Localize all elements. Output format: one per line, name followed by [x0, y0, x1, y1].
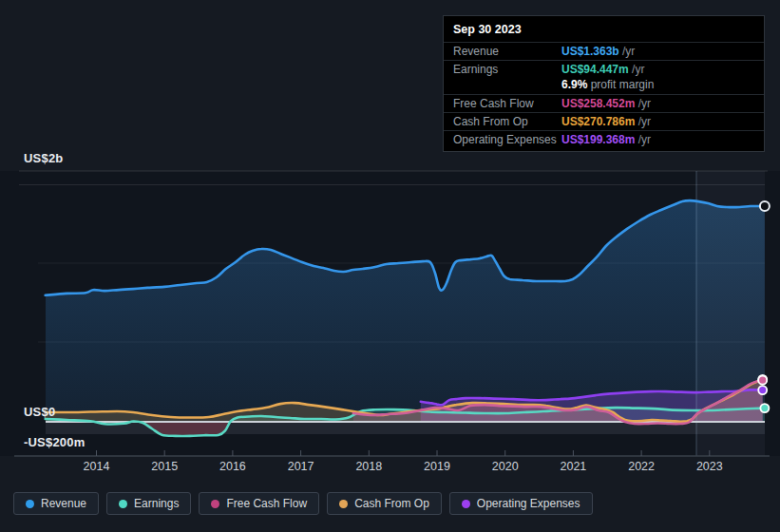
tooltip-row-value: US$258.452m /yr — [561, 97, 651, 110]
legend-dot-operating-expenses — [462, 500, 470, 508]
legend-dot-revenue — [26, 500, 34, 508]
x-axis-label-2014: 2014 — [75, 460, 119, 473]
x-axis-label-2018: 2018 — [347, 460, 390, 473]
legend-label: Cash From Op — [354, 497, 429, 510]
legend-item-operating-expenses[interactable]: Operating Expenses — [449, 492, 593, 515]
x-axis-label-2015: 2015 — [143, 460, 186, 473]
legend-label: Revenue — [41, 497, 86, 510]
tooltip-row-free-cash-flow: Free Cash FlowUS$258.452m /yr — [444, 94, 764, 112]
legend-dot-earnings — [119, 500, 127, 508]
tooltip-row-label: Cash From Op — [453, 115, 561, 128]
chart-legend: RevenueEarningsFree Cash FlowCash From O… — [13, 492, 593, 515]
tooltip-rows: RevenueUS$1.363b /yrEarningsUS$94.447m /… — [444, 42, 764, 148]
tooltip-row-label: Revenue — [453, 45, 561, 58]
tooltip-row-label: Earnings — [453, 63, 561, 76]
legend-label: Free Cash Flow — [226, 497, 307, 510]
tooltip-row-value: US$270.786m /yr — [561, 115, 651, 128]
tooltip-row-value: US$199.368m /yr — [561, 133, 651, 146]
legend-item-free-cash-flow[interactable]: Free Cash Flow — [199, 492, 319, 515]
revenue-end-marker — [760, 201, 770, 211]
y-axis-label-zero: US$0 — [24, 405, 55, 419]
tooltip-date: Sep 30 2023 — [444, 16, 764, 42]
tooltip-row-cash-from-op: Cash From OpUS$270.786m /yr — [444, 112, 764, 130]
x-axis-label-2022: 2022 — [619, 460, 663, 473]
data-tooltip-panel: Sep 30 2023 RevenueUS$1.363b /yrEarnings… — [443, 15, 765, 152]
legend-label: Earnings — [134, 497, 179, 510]
legend-dot-cash-from-op — [339, 500, 348, 508]
tooltip-row-label: Free Cash Flow — [453, 97, 561, 110]
x-axis-label-2020: 2020 — [484, 460, 527, 473]
x-axis-label-2021: 2021 — [551, 460, 595, 473]
earnings-end-marker — [760, 404, 769, 412]
x-axis-label-2023: 2023 — [688, 460, 732, 473]
tooltip-row-value: US$1.363b /yr — [561, 45, 635, 58]
free-cash-flow-end-marker — [758, 376, 767, 385]
x-axis-label-2019: 2019 — [415, 460, 459, 473]
tooltip-row-operating-expenses: Operating ExpensesUS$199.368m /yr — [444, 130, 764, 148]
tooltip-profit-margin: 6.9% profit margin — [444, 78, 764, 94]
financials-chart-page: US$2b US$0 -US$200m 20142015201620172018… — [0, 0, 780, 532]
legend-dot-free-cash-flow — [211, 500, 219, 508]
legend-item-earnings[interactable]: Earnings — [106, 492, 191, 515]
tooltip-row-label: Operating Expenses — [453, 133, 561, 146]
recent-period-band — [696, 171, 765, 456]
y-axis-label-bottom: -US$200m — [24, 435, 85, 449]
operating-expenses-end-marker — [758, 386, 767, 394]
tooltip-row-earnings: EarningsUS$94.447m /yr — [444, 60, 764, 78]
y-axis-label-top: US$2b — [24, 151, 63, 165]
x-axis-label-2017: 2017 — [279, 460, 323, 473]
legend-item-revenue[interactable]: Revenue — [13, 492, 99, 515]
legend-label: Operating Expenses — [477, 497, 580, 510]
legend-item-cash-from-op[interactable]: Cash From Op — [327, 492, 442, 515]
tooltip-row-revenue: RevenueUS$1.363b /yr — [444, 42, 764, 60]
tooltip-row-value: US$94.447m /yr — [561, 63, 644, 76]
x-axis-label-2016: 2016 — [211, 460, 255, 473]
